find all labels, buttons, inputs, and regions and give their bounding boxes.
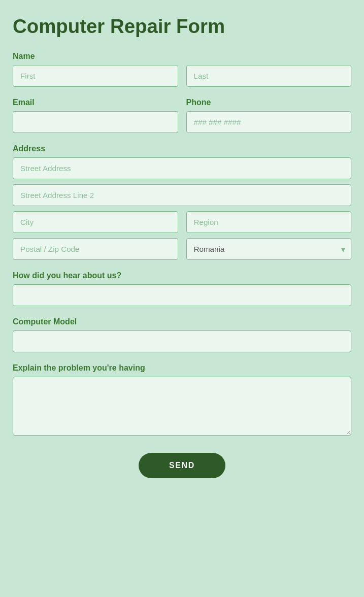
street-address-2-input[interactable] (13, 184, 351, 206)
send-button[interactable]: SEND (139, 453, 225, 478)
phone-input[interactable] (186, 111, 352, 133)
heard-group: How did you hear about us? (13, 271, 351, 306)
region-input[interactable] (186, 211, 352, 233)
email-input[interactable] (13, 111, 178, 133)
country-select[interactable]: Romania United States United Kingdom Ger… (186, 238, 352, 260)
page-title: Computer Repair Form (13, 15, 351, 38)
heard-label: How did you hear about us? (13, 271, 351, 280)
problem-label: Explain the problem you're having (13, 363, 351, 373)
problem-textarea[interactable] (13, 377, 351, 436)
model-label: Computer Model (13, 317, 351, 326)
model-group: Computer Model (13, 317, 351, 352)
address-group: Address Romania United States United Kin… (13, 144, 351, 260)
phone-label: Phone (186, 98, 352, 107)
address-label: Address (13, 144, 351, 153)
street-address-input[interactable] (13, 157, 351, 179)
country-select-wrapper: Romania United States United Kingdom Ger… (186, 238, 352, 260)
model-input[interactable] (13, 330, 351, 352)
heard-input[interactable] (13, 284, 351, 306)
city-input[interactable] (13, 211, 178, 233)
email-label: Email (13, 98, 178, 107)
last-name-input[interactable] (186, 65, 352, 87)
name-label: Name (13, 52, 351, 61)
first-name-input[interactable] (13, 65, 178, 87)
name-group: Name (13, 52, 351, 87)
problem-group: Explain the problem you're having (13, 363, 351, 438)
zip-input[interactable] (13, 238, 178, 260)
